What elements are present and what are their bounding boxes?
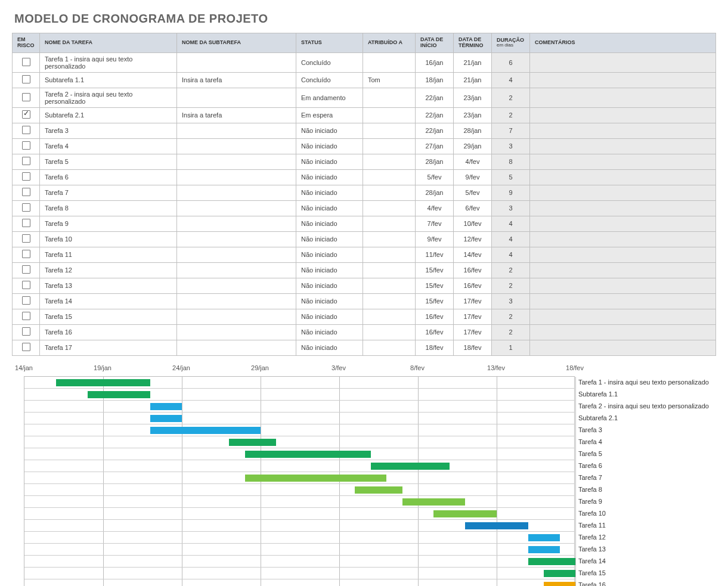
subtask-name-cell[interactable] [177, 247, 296, 262]
task-name-cell[interactable]: Subtarefa 2.1 [40, 107, 177, 123]
status-cell[interactable]: Não iniciado [296, 123, 363, 138]
end-date-cell[interactable]: 29/jan [454, 138, 492, 154]
risk-cell[interactable] [13, 185, 40, 200]
start-date-cell[interactable]: 15/fev [416, 262, 454, 278]
start-date-cell[interactable]: 22/jan [416, 123, 454, 138]
start-date-cell[interactable]: 27/jan [416, 138, 454, 154]
start-date-cell[interactable]: 22/jan [416, 88, 454, 107]
subtask-name-cell[interactable] [177, 262, 296, 278]
task-name-cell[interactable]: Tarefa 14 [40, 293, 177, 309]
subtask-name-cell[interactable]: Insira a tarefa [177, 107, 296, 123]
start-date-cell[interactable]: 18/jan [416, 72, 454, 88]
status-cell[interactable]: Não iniciado [296, 340, 363, 355]
risk-cell[interactable] [13, 340, 40, 355]
risk-checkbox[interactable] [22, 343, 30, 351]
end-date-cell[interactable]: 12/fev [454, 231, 492, 247]
subtask-name-cell[interactable] [177, 309, 296, 324]
risk-checkbox[interactable] [22, 219, 30, 227]
task-name-cell[interactable]: Tarefa 9 [40, 216, 177, 231]
assigned-cell[interactable] [363, 262, 416, 278]
risk-cell[interactable] [13, 169, 40, 185]
assigned-cell[interactable] [363, 309, 416, 324]
task-name-cell[interactable]: Tarefa 10 [40, 231, 177, 247]
comment-cell[interactable] [530, 340, 716, 355]
subtask-name-cell[interactable] [177, 340, 296, 355]
task-name-cell[interactable]: Tarefa 11 [40, 247, 177, 262]
status-cell[interactable]: Concluído [296, 72, 363, 88]
risk-checkbox[interactable] [22, 188, 30, 196]
end-date-cell[interactable]: 10/fev [454, 216, 492, 231]
assigned-cell[interactable] [363, 169, 416, 185]
risk-checkbox[interactable] [22, 265, 30, 274]
assigned-cell[interactable] [363, 293, 416, 309]
subtask-name-cell[interactable] [177, 52, 296, 72]
task-name-cell[interactable]: Tarefa 13 [40, 278, 177, 293]
end-date-cell[interactable]: 18/fev [454, 340, 492, 355]
risk-checkbox[interactable] [22, 141, 30, 150]
risk-cell[interactable] [13, 107, 40, 123]
assigned-cell[interactable] [363, 52, 416, 72]
assigned-cell[interactable] [363, 216, 416, 231]
task-name-cell[interactable]: Tarefa 4 [40, 138, 177, 154]
comment-cell[interactable] [530, 247, 716, 262]
start-date-cell[interactable]: 9/fev [416, 231, 454, 247]
start-date-cell[interactable]: 18/fev [416, 340, 454, 355]
risk-cell[interactable] [13, 293, 40, 309]
subtask-name-cell[interactable] [177, 185, 296, 200]
risk-checkbox[interactable] [22, 281, 30, 289]
assigned-cell[interactable] [363, 123, 416, 138]
start-date-cell[interactable]: 16/fev [416, 309, 454, 324]
subtask-name-cell[interactable] [177, 293, 296, 309]
start-date-cell[interactable]: 28/jan [416, 185, 454, 200]
assigned-cell[interactable] [363, 154, 416, 169]
comment-cell[interactable] [530, 72, 716, 88]
assigned-cell[interactable] [363, 278, 416, 293]
start-date-cell[interactable]: 15/fev [416, 293, 454, 309]
end-date-cell[interactable]: 16/fev [454, 262, 492, 278]
risk-checkbox[interactable] [22, 172, 30, 181]
comment-cell[interactable] [530, 52, 716, 72]
assigned-cell[interactable]: Tom [363, 72, 416, 88]
risk-checkbox[interactable] [22, 58, 30, 66]
comment-cell[interactable] [530, 107, 716, 123]
status-cell[interactable]: Não iniciado [296, 309, 363, 324]
risk-cell[interactable] [13, 200, 40, 216]
start-date-cell[interactable]: 28/jan [416, 154, 454, 169]
task-name-cell[interactable]: Tarefa 12 [40, 262, 177, 278]
subtask-name-cell[interactable] [177, 88, 296, 107]
subtask-name-cell[interactable] [177, 154, 296, 169]
risk-cell[interactable] [13, 216, 40, 231]
assigned-cell[interactable] [363, 340, 416, 355]
risk-checkbox[interactable] [22, 157, 30, 165]
comment-cell[interactable] [530, 169, 716, 185]
risk-checkbox[interactable] [22, 234, 30, 243]
comment-cell[interactable] [530, 88, 716, 107]
comment-cell[interactable] [530, 293, 716, 309]
risk-checkbox[interactable] [22, 126, 30, 134]
status-cell[interactable]: Concluído [296, 52, 363, 72]
comment-cell[interactable] [530, 185, 716, 200]
task-name-cell[interactable]: Subtarefa 1.1 [40, 72, 177, 88]
task-name-cell[interactable]: Tarefa 15 [40, 309, 177, 324]
risk-checkbox[interactable] [22, 327, 30, 336]
task-name-cell[interactable]: Tarefa 8 [40, 200, 177, 216]
risk-checkbox[interactable] [22, 110, 30, 119]
start-date-cell[interactable]: 11/fev [416, 247, 454, 262]
risk-cell[interactable] [13, 262, 40, 278]
assigned-cell[interactable] [363, 231, 416, 247]
status-cell[interactable]: Não iniciado [296, 154, 363, 169]
status-cell[interactable]: Não iniciado [296, 169, 363, 185]
risk-cell[interactable] [13, 231, 40, 247]
comment-cell[interactable] [530, 262, 716, 278]
risk-cell[interactable] [13, 123, 40, 138]
subtask-name-cell[interactable]: Insira a tarefa [177, 72, 296, 88]
status-cell[interactable]: Não iniciado [296, 200, 363, 216]
assigned-cell[interactable] [363, 107, 416, 123]
task-name-cell[interactable]: Tarefa 1 - insira aqui seu texto persona… [40, 52, 177, 72]
risk-cell[interactable] [13, 138, 40, 154]
risk-cell[interactable] [13, 278, 40, 293]
task-name-cell[interactable]: Tarefa 16 [40, 324, 177, 340]
start-date-cell[interactable]: 7/fev [416, 216, 454, 231]
status-cell[interactable]: Não iniciado [296, 231, 363, 247]
assigned-cell[interactable] [363, 324, 416, 340]
